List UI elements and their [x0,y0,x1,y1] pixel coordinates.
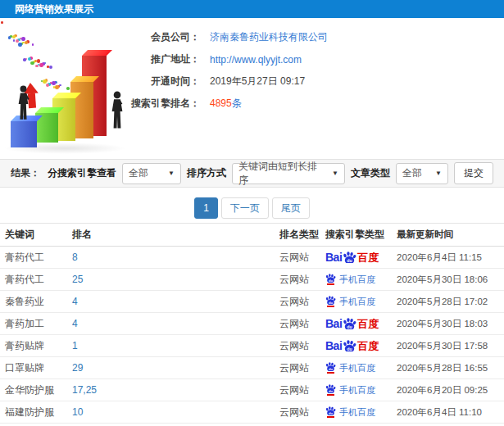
engine-cell: du手机百度 [325,274,397,286]
rank-value-link[interactable]: 4 [72,296,78,307]
page: 网络营销效果展示 会员公司： 济南秦鲁药业科技有限公司 推广地址： http:/… [0,0,504,426]
rank-type-cell: 云网站 [279,317,325,331]
businessman-left-icon [16,85,31,122]
open-time-value: 2019年5月27日 09:17 [210,75,305,88]
company-link[interactable]: 济南秦鲁药业科技有限公司 [210,30,328,44]
confetti-dot [21,37,25,41]
table-row: 膏药代工8云网站Baidu百度2020年6月4日 11:15 [0,247,504,269]
engine-cell: du手机百度 [325,362,397,374]
baidu-logo-bai: Bai [325,318,342,329]
article-type-label: 文章类型 [351,166,390,180]
result-label: 结果： [11,166,40,180]
confetti-dot [18,43,22,47]
filter-bar: 结果： 分搜索引擎查看 全部 ▼ 排序方式 关键词由短到长排序 ▼ 文章类型 全… [0,159,504,188]
rank-count-number: 4895 [210,97,232,109]
confetti-dot [39,63,43,67]
mobile-baidu-underline [327,372,334,374]
rank-link[interactable]: 8 [72,252,279,263]
rank-value-link[interactable]: 4 [72,318,78,329]
submit-button[interactable]: 提交 [454,162,493,184]
rank-value-link[interactable]: 17,25 [72,384,97,396]
info-row-url: 推广地址： http://www.qlyyjt.com [125,48,502,70]
baidu-logo: Baidu百度 [325,340,379,352]
page-title: 网络营销效果展示 [0,0,504,18]
filter-controls: 分搜索引擎查看 全部 ▼ 排序方式 关键词由短到长排序 ▼ 文章类型 全部 ▼ … [48,162,493,184]
engine-cell: Baidu百度 [325,318,397,330]
next-page-button[interactable]: 下一页 [221,197,269,219]
col-rank-type: 排名类型 [279,228,325,242]
businessman-right-icon [109,91,125,131]
last-page-button[interactable]: 尾页 [272,197,310,219]
rank-value-link[interactable]: 1 [72,340,78,351]
baidu-logo: Baidu百度 [325,318,379,330]
svg-text:du: du [347,324,352,329]
mobile-baidu-logo: du手机百度 [325,274,375,286]
sort-select[interactable]: 关键词由短到长排序 ▼ [232,163,345,184]
mobile-baidu-paw-icon: du [325,384,336,397]
rank-link[interactable]: 10 [72,406,279,418]
confetti-dot [32,43,34,46]
rank-link[interactable]: 4 [72,318,279,329]
updated-cell: 2020年5月28日 17:02 [397,296,504,308]
confetti-dot [53,86,56,88]
confetti-dot [35,65,39,68]
rank-link[interactable]: 25 [72,274,279,285]
baidu-logo: Baidu百度 [325,252,379,264]
confetti-dot [43,79,47,84]
engine-filter-label: 分搜索引擎查看 [48,166,116,180]
table-body: 膏药代工8云网站Baidu百度2020年6月4日 11:15膏药代工25云网站d… [0,247,504,426]
table-row: 秦鲁药业4云网站du手机百度2020年5月28日 17:02 [0,291,504,313]
engine-cell: Baidu百度 [325,340,397,352]
col-keyword: 关键词 [0,228,72,242]
engine-select[interactable]: 全部 ▼ [122,163,181,184]
engine-cell: du手机百度 [325,406,397,419]
baidu-paw-icon: du [343,252,356,264]
updated-cell: 2020年5月30日 18:06 [397,274,504,286]
mobile-baidu-underline [327,283,334,285]
baidu-logo-cn: 百度 [357,319,379,329]
table-row: 口罩贴牌29云网站du手机百度2020年5月28日 16:55 [0,357,504,379]
confetti-dot [23,58,26,61]
baidu-logo-cn: 百度 [357,252,379,263]
promo-url-link[interactable]: http://www.qlyyjt.com [210,54,302,66]
rank-value-link[interactable]: 10 [72,406,83,418]
confetti-dot [46,84,50,88]
rank-link[interactable]: 4 [72,296,279,307]
confetti-dot [49,66,53,70]
svg-text:du: du [329,388,333,392]
table-row: 膏药贴牌1云网站Baidu百度2020年5月30日 17:58 [0,335,504,357]
rank-type-cell: 云网站 [279,295,325,309]
rank-link[interactable]: 29 [72,362,279,374]
chart-bar-blue [11,121,37,147]
rank-value-link[interactable]: 25 [72,274,83,285]
rank-count-value: 4895条 [210,97,242,111]
rank-type-cell: 云网站 [279,383,325,397]
confetti-dot [47,66,49,68]
article-type-select-value: 全部 [402,166,422,180]
rank-type-cell: 云网站 [279,273,325,287]
engine-cell: Baidu百度 [325,252,397,264]
rank-link[interactable]: 17,25 [72,384,279,396]
mobile-baidu-paw-icon: du [325,274,336,286]
rank-value-link[interactable]: 29 [72,362,83,374]
updated-cell: 2020年6月20日 09:25 [397,384,504,397]
mobile-baidu-underline [327,306,334,307]
svg-text:du: du [329,410,333,415]
keyword-cell: 福建防护服 [0,406,72,419]
chevron-down-icon: ▼ [435,170,442,177]
confetti-dot [28,57,32,61]
open-time-label: 开通时间： [125,75,200,88]
table-header-row: 关键词 排名 排名类型 搜索引擎类型 最新更新时间 [0,224,504,247]
confetti-dot [66,87,70,90]
svg-text:du: du [329,366,333,370]
page-button-1[interactable]: 1 [194,197,218,219]
info-row-company: 会员公司： 济南秦鲁药业科技有限公司 [125,26,502,48]
confetti-dot [37,59,41,63]
confetti-dot [12,35,16,39]
baidu-logo-bai: Bai [325,252,342,263]
mobile-baidu-paw-icon: du [325,362,336,374]
rank-type-cell: 云网站 [279,339,325,353]
rank-value-link[interactable]: 8 [72,252,78,263]
rank-link[interactable]: 1 [72,340,279,351]
article-type-select[interactable]: 全部 ▼ [396,163,448,184]
